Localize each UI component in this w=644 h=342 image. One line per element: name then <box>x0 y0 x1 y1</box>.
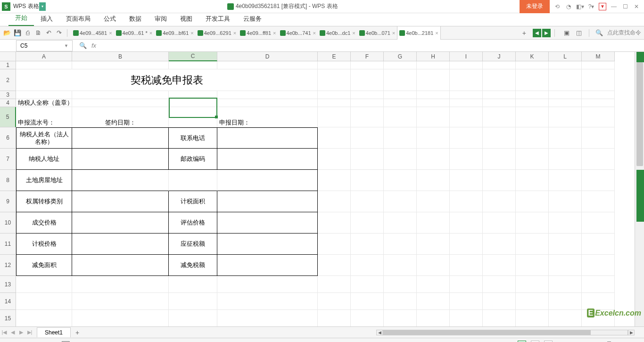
cell-I5[interactable] <box>450 107 483 127</box>
tab-scroll-left[interactable]: ◀ <box>533 29 541 37</box>
cell-L4[interactable] <box>549 99 582 107</box>
cell-B7[interactable] <box>72 149 169 170</box>
cell-F11[interactable] <box>351 234 384 255</box>
menu-formula[interactable]: 公式 <box>97 12 123 26</box>
cell-D15[interactable] <box>217 310 318 326</box>
row-header-8[interactable]: 8 <box>0 170 16 191</box>
row-header-4[interactable]: 4 <box>0 99 16 107</box>
cell-E13[interactable] <box>318 276 351 293</box>
cell-I3[interactable] <box>450 91 483 99</box>
menu-insert[interactable]: 插入 <box>34 12 59 26</box>
cell-M2[interactable] <box>582 69 615 91</box>
add-sheet-button[interactable]: + <box>71 329 84 336</box>
cell-E8[interactable] <box>318 170 351 191</box>
cell-J15[interactable] <box>483 310 516 326</box>
cell-E3[interactable] <box>318 91 351 99</box>
cell-C12[interactable]: 减免税额 <box>169 255 217 276</box>
view-page-icon[interactable] <box>531 341 539 342</box>
doc-tab-2[interactable]: 4e09...bf61× <box>154 26 196 40</box>
cell-F12[interactable] <box>351 255 384 276</box>
col-header-B[interactable]: B <box>72 52 169 61</box>
cell-J5[interactable] <box>483 107 516 127</box>
cell-M10[interactable] <box>582 212 615 234</box>
new-tab-button[interactable]: + <box>519 29 530 37</box>
cell-G3[interactable] <box>384 91 417 99</box>
cell-G6[interactable] <box>384 127 417 149</box>
row-header-15[interactable]: 15 <box>0 310 16 326</box>
cell-H15[interactable] <box>417 310 450 326</box>
close-icon[interactable]: × <box>149 30 152 36</box>
cell-D13[interactable] <box>217 276 318 293</box>
cloud-icon[interactable]: ◔ <box>565 3 572 10</box>
hscroll-thumb[interactable] <box>383 330 591 335</box>
preview-icon[interactable]: 🗎 <box>34 29 42 37</box>
cell-L3[interactable] <box>549 91 582 99</box>
cell-H4[interactable] <box>417 99 450 107</box>
minimize-button[interactable]: — <box>610 3 618 10</box>
row-header-6[interactable]: 6 <box>0 127 16 149</box>
col-header-K[interactable]: K <box>516 52 549 61</box>
doc-tab-0[interactable]: 4e09...4581× <box>71 26 114 40</box>
cell-E12[interactable] <box>318 255 351 276</box>
cell-K10[interactable] <box>516 212 549 234</box>
close-icon[interactable]: × <box>435 30 438 36</box>
cell-I4[interactable] <box>450 99 483 107</box>
cell-H13[interactable] <box>417 276 450 293</box>
cell-D4[interactable] <box>217 99 318 107</box>
hscroll-right[interactable]: ▶ <box>628 330 635 335</box>
cell-G7[interactable] <box>384 149 417 170</box>
sheet-tab-sheet1[interactable]: Sheet1 <box>37 327 71 337</box>
cell-L2[interactable] <box>549 69 582 91</box>
cell-G13[interactable] <box>384 276 417 293</box>
cell-C4[interactable] <box>169 99 217 107</box>
cell-B3[interactable] <box>72 91 169 99</box>
cell-H2[interactable] <box>417 69 450 91</box>
cell-B9[interactable] <box>72 191 169 212</box>
cell-F5[interactable] <box>351 107 384 127</box>
cell-H12[interactable] <box>417 255 450 276</box>
cell-F14[interactable] <box>351 293 384 310</box>
cell-A2[interactable]: 契税减免申报表 <box>16 69 318 91</box>
vertical-scrollbar[interactable] <box>635 52 644 326</box>
cell-I8[interactable] <box>450 170 483 191</box>
cell-K13[interactable] <box>516 276 549 293</box>
cell-G2[interactable] <box>384 69 417 91</box>
cell-L12[interactable] <box>549 255 582 276</box>
cell-B6[interactable] <box>72 127 169 149</box>
cell-I14[interactable] <box>450 293 483 310</box>
menu-page-layout[interactable]: 页面布局 <box>59 12 97 26</box>
menu-data[interactable]: 数据 <box>123 12 148 26</box>
cell-B4[interactable] <box>72 99 169 107</box>
row-header-7[interactable]: 7 <box>0 149 16 170</box>
cell-H8[interactable] <box>417 170 450 191</box>
maximize-button[interactable]: ☐ <box>621 3 629 10</box>
sb-keyboard-icon[interactable]: ⌨ <box>61 340 70 342</box>
cell-F6[interactable] <box>351 127 384 149</box>
cell-K1[interactable] <box>516 61 549 69</box>
cell-M8[interactable] <box>582 170 615 191</box>
cell-L13[interactable] <box>549 276 582 293</box>
cell-C6[interactable]: 联系电话 <box>169 127 217 149</box>
tab-scroll-right[interactable]: ▶ <box>542 29 551 37</box>
row-header-1[interactable]: 1 <box>0 61 16 69</box>
col-header-E[interactable]: E <box>318 52 351 61</box>
cell-A9[interactable]: 权属转移类别 <box>16 191 72 212</box>
cell-I9[interactable] <box>450 191 483 212</box>
cell-G15[interactable] <box>384 310 417 326</box>
cell-A10[interactable]: 成交价格 <box>16 212 72 234</box>
cell-L10[interactable] <box>549 212 582 234</box>
cell-F13[interactable] <box>351 276 384 293</box>
cell-G12[interactable] <box>384 255 417 276</box>
cell-M5[interactable] <box>582 107 615 127</box>
cell-G5[interactable] <box>384 107 417 127</box>
cell-B1[interactable] <box>72 61 169 69</box>
hscroll-track[interactable] <box>383 330 628 335</box>
sync-icon[interactable]: ⟲ <box>553 3 561 10</box>
cell-K8[interactable] <box>516 170 549 191</box>
cell-C1[interactable] <box>169 61 217 69</box>
cell-K6[interactable] <box>516 127 549 149</box>
cell-E1[interactable] <box>318 61 351 69</box>
row-header-5[interactable]: 5 <box>0 107 16 127</box>
cell-I6[interactable] <box>450 127 483 149</box>
view-normal-icon[interactable] <box>518 341 526 342</box>
